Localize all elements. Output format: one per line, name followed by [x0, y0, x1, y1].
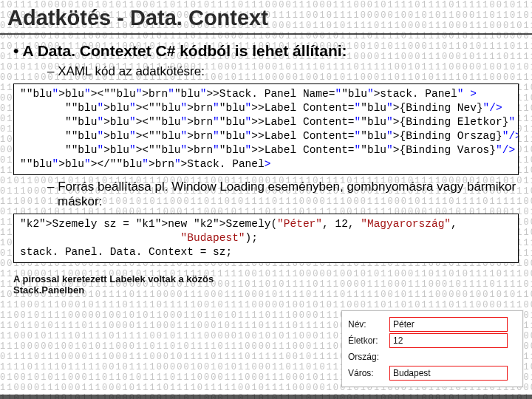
runtime-preview-window: Név:PéterÉletkor:12Ország:Város:Budapest	[341, 310, 523, 387]
slide-content: Adatkötés - Data. Context A Data. Contex…	[0, 0, 532, 296]
footnote-red-labels: A pirossal keretezett Labelek voltak a k…	[13, 273, 279, 296]
heading-level-1: A Data. Contextet C# kódból is lehet áll…	[27, 42, 532, 60]
bottom-border-accent	[0, 395, 532, 399]
preview-value: Péter	[389, 317, 508, 332]
csharp-code-box: "k2">Szemely sz = "k1">new "k2">Szemely(…	[13, 214, 519, 263]
preview-row: Város:Budapest	[348, 366, 516, 381]
preview-label: Név:	[348, 319, 389, 330]
subheading-xaml: XAML kód az adatkötésre:	[58, 64, 532, 79]
preview-label: Ország:	[348, 352, 389, 362]
preview-label: Életkor:	[348, 335, 389, 346]
title-underline	[0, 33, 532, 35]
preview-row: Név:Péter	[348, 317, 516, 332]
preview-value	[389, 349, 508, 364]
preview-row: Ország:	[348, 349, 516, 364]
preview-row: Életkor:12	[348, 333, 516, 348]
preview-value: 12	[389, 333, 508, 348]
preview-value: Budapest	[389, 366, 508, 381]
slide-title: Adatkötés - Data. Context	[7, 6, 525, 30]
xaml-code-box: ""blu">blu"><""blu">brn""blu">>Stack. Pa…	[13, 83, 519, 175]
preview-label: Város:	[348, 368, 389, 378]
subheading-source: Forrás beállítása pl. Window Loading ese…	[58, 180, 532, 209]
